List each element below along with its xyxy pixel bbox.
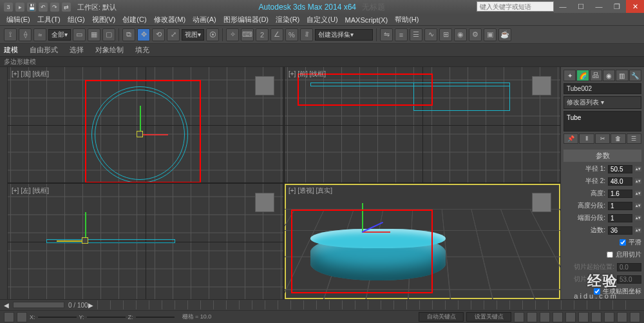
sides-spinner[interactable]: ▴▾ (635, 228, 641, 233)
selection-filter-combo[interactable]: 全部 ▾ (48, 29, 71, 41)
select-object-icon[interactable]: ▭ (73, 28, 86, 41)
undo-icon[interactable]: ↶ (39, 3, 48, 12)
menu-animation[interactable]: 动画(A) (190, 15, 219, 24)
object-name-field[interactable]: Tube002 (564, 83, 641, 94)
menu-help[interactable]: 帮助(H) (392, 15, 421, 24)
radius1-input[interactable]: 50.5 (608, 165, 632, 173)
stack-item-tube[interactable]: Tube (567, 114, 581, 121)
align-icon[interactable]: ≡ (395, 28, 408, 41)
show-end-result-icon[interactable]: Ⅱ (579, 133, 594, 144)
spinner-snap-icon[interactable]: ⥯ (300, 28, 313, 41)
time-ruler[interactable] (97, 300, 636, 309)
coord-z-input[interactable] (136, 317, 175, 318)
maximize-viewport-icon[interactable] (630, 312, 640, 322)
goto-end-icon[interactable] (565, 312, 576, 322)
viewport-persp-label[interactable]: [+] [透视] [真实] (289, 186, 332, 195)
ref-coord-combo[interactable]: 视图 ▾ (182, 29, 204, 41)
menu-rendering[interactable]: 渲染(R) (273, 15, 302, 24)
app-icon[interactable]: 3 (4, 3, 13, 12)
workspace-label[interactable]: 工作区: 默认 (77, 3, 117, 12)
tab-hierarchy-icon[interactable]: 品 (590, 70, 602, 81)
ribbon-tab-selection[interactable]: 选择 (70, 45, 84, 55)
radius1-spinner[interactable]: ▴▾ (635, 166, 641, 171)
select-by-name-icon[interactable]: ▦ (88, 28, 100, 41)
cseg-spinner[interactable]: ▴▾ (635, 215, 641, 220)
minimize2-button[interactable]: — (590, 0, 608, 13)
configure-sets-icon[interactable]: ☰ (627, 133, 641, 144)
timeslider-prev-icon[interactable]: ◀ (4, 302, 9, 309)
hseg-spinner[interactable]: ▴▾ (635, 203, 641, 208)
play-icon[interactable] (540, 312, 550, 322)
cseg-input[interactable]: 1 (608, 214, 632, 222)
rect-region-icon[interactable]: ▢ (102, 28, 115, 41)
maximize-button[interactable]: ☐ (572, 0, 590, 13)
radius2-spinner[interactable]: ▴▾ (635, 179, 641, 184)
viewport-left[interactable]: [+] [左] [线框] (8, 184, 283, 299)
viewcube-persp-icon[interactable] (532, 193, 551, 212)
menu-views[interactable]: 视图(V) (90, 15, 118, 24)
menu-modifiers[interactable]: 修改器(M) (151, 15, 189, 24)
curve-editor-icon[interactable]: ∿ (424, 28, 437, 41)
orbit-icon[interactable] (617, 312, 627, 322)
maxscript-listener-icon[interactable] (4, 312, 14, 322)
pan-icon[interactable] (604, 312, 614, 322)
auto-key-button[interactable]: 自动关键点 (419, 312, 464, 322)
redo-icon[interactable]: ↷ (50, 3, 59, 12)
tab-display-icon[interactable]: ▥ (616, 70, 628, 81)
restore-button[interactable]: ❐ (608, 0, 626, 13)
hseg-input[interactable]: 1 (608, 202, 632, 210)
menu-group[interactable]: 组(G) (65, 15, 88, 24)
tab-utilities-icon[interactable]: 🔧 (629, 70, 641, 81)
viewport-front[interactable]: [+] [前] [线框] (285, 67, 560, 182)
render-icon[interactable]: ☕ (498, 28, 511, 41)
window-crossing-icon[interactable]: ⧉ (122, 28, 135, 41)
smooth-checkbox[interactable] (620, 239, 626, 246)
viewcube-front-icon[interactable] (532, 76, 551, 95)
bind-spacewarp-icon[interactable]: ≈ (33, 28, 46, 41)
link-icon[interactable]: ⇄ (62, 3, 71, 12)
next-frame-icon[interactable] (553, 312, 563, 322)
set-key-button[interactable]: 设置关键点 (466, 312, 511, 322)
layers-icon[interactable]: ☰ (410, 28, 422, 41)
modifier-stack[interactable]: Tube (564, 111, 641, 132)
goto-start-icon[interactable] (514, 312, 524, 322)
menu-tools[interactable]: 工具(T) (35, 15, 63, 24)
height-spinner[interactable]: ▴▾ (635, 191, 641, 196)
tab-motion-icon[interactable]: ◉ (603, 70, 615, 81)
tab-modify-icon[interactable]: 🌈 (576, 70, 589, 81)
menu-create[interactable]: 创建(C) (120, 15, 149, 24)
viewport-top[interactable]: [+] [顶] [线框] (8, 67, 283, 182)
pin-stack-icon[interactable]: 📌 (564, 133, 578, 144)
select-rotate-icon[interactable]: ⟲ (152, 28, 165, 41)
modifier-list-combo[interactable]: 修改器列表 ▾ (564, 96, 641, 109)
viewcube-top-icon[interactable] (255, 76, 274, 95)
lock-selection-icon[interactable] (17, 312, 27, 322)
unlink-icon[interactable]: ⟠ (19, 28, 32, 41)
snap-2d-icon[interactable]: 2 (256, 28, 269, 41)
percent-snap-icon[interactable]: % (285, 28, 298, 41)
make-unique-icon[interactable]: ✂ (595, 133, 610, 144)
viewport-top-label[interactable]: [+] [顶] [线框] (12, 70, 49, 79)
sides-input[interactable]: 36 (608, 226, 632, 235)
schematic-view-icon[interactable]: ⊞ (439, 28, 452, 41)
select-scale-icon[interactable]: ⤢ (167, 28, 180, 41)
save-icon[interactable]: 💾 (27, 3, 36, 12)
pivot-center-icon[interactable]: ⦿ (206, 28, 219, 41)
prev-frame-icon[interactable] (527, 312, 537, 322)
zoom-icon[interactable] (578, 312, 589, 322)
ribbon-tab-objectpaint[interactable]: 对象绘制 (95, 45, 124, 55)
material-editor-icon[interactable]: ◉ (454, 28, 467, 41)
help-search-input[interactable] (477, 1, 554, 12)
viewport-left-label[interactable]: [+] [左] [线框] (12, 186, 49, 195)
ribbon-tab-populate[interactable]: 填充 (135, 45, 149, 55)
named-selection-combo[interactable]: 创建选择集 ▾ (315, 29, 373, 41)
time-slider[interactable] (13, 302, 64, 308)
menu-customize[interactable]: 自定义(U) (304, 15, 340, 24)
coord-y-input[interactable] (87, 317, 126, 318)
open-icon[interactable]: ▸ (15, 3, 24, 12)
rollout-parameters-header[interactable]: 参数 (564, 150, 641, 162)
timeslider-next-icon[interactable]: ▶ (88, 302, 93, 309)
viewcube-left-icon[interactable] (255, 193, 274, 212)
ribbon-tab-freeform[interactable]: 自由形式 (30, 45, 58, 55)
manipulate-icon[interactable]: ✧ (226, 28, 239, 41)
